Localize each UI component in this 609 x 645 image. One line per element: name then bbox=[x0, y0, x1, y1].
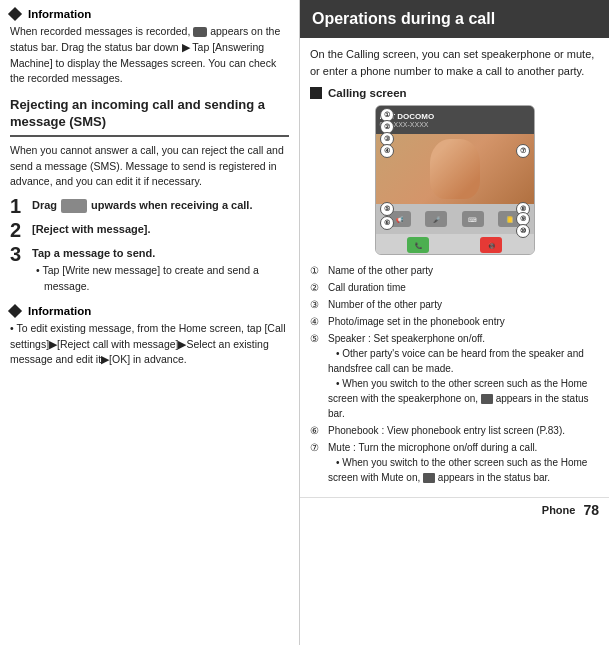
desc-num-4: ④ bbox=[310, 314, 328, 329]
operations-title: Operations during a call bbox=[312, 10, 495, 27]
step-2: 2 [Reject with message]. bbox=[10, 222, 289, 240]
caller-name: NTT DOCOMO bbox=[380, 112, 530, 121]
mute-btn[interactable]: 🎤 bbox=[425, 211, 447, 227]
screen-dot-4: ④ bbox=[380, 144, 394, 158]
step-3-sub: • Tap [Write new message] to create and … bbox=[32, 263, 289, 295]
step-2-content: [Reject with message]. bbox=[32, 222, 289, 237]
speakerphone-status-icon bbox=[481, 394, 493, 404]
screen-dot-7: ⑦ bbox=[516, 144, 530, 158]
desc-item-6: ⑥ Phonebook : View phonebook entry list … bbox=[310, 423, 599, 438]
right-intro: On the Calling screen, you can set speak… bbox=[310, 46, 599, 79]
step-3-title: Tap a message to send. bbox=[32, 246, 289, 261]
phone-face-image bbox=[430, 139, 480, 199]
diamond-icon-1 bbox=[8, 7, 22, 21]
info-heading-text-2: Information bbox=[28, 305, 91, 317]
page-footer: Phone 78 bbox=[300, 497, 609, 522]
step-1-title: Drag upwards when receiving a call. bbox=[32, 198, 289, 213]
end-call-btn[interactable]: 📵 bbox=[480, 237, 502, 253]
rejecting-intro: When you cannot answer a call, you can r… bbox=[10, 143, 289, 190]
caller-number: 090-XXX-XXXX bbox=[380, 121, 530, 128]
mute-status-icon bbox=[423, 473, 435, 483]
desc-text-3: Number of the other party bbox=[328, 297, 599, 312]
right-content: On the Calling screen, you can set speak… bbox=[300, 46, 609, 497]
screen-dot-6: ⑥ bbox=[380, 216, 394, 230]
step-2-title: [Reject with message]. bbox=[32, 222, 289, 237]
desc-item-5: ⑤ Speaker : Set speakerphone on/off. • O… bbox=[310, 331, 599, 421]
left-column: Information When recorded messages is re… bbox=[0, 0, 300, 645]
calling-screen-text: Calling screen bbox=[328, 87, 407, 99]
phone-face-area bbox=[376, 134, 534, 204]
answer-btn[interactable]: 📞 bbox=[407, 237, 429, 253]
desc-text-7: Mute : Turn the microphone on/off during… bbox=[328, 440, 599, 485]
info-text-1: When recorded messages is recorded, appe… bbox=[10, 24, 289, 87]
desc-sub-5a: • Other party's voice can be heard from … bbox=[328, 348, 584, 374]
desc-num-6: ⑥ bbox=[310, 423, 328, 438]
desc-sub-5b: • When you switch to the other screen su… bbox=[328, 378, 589, 419]
step-num-1: 1 bbox=[10, 196, 32, 216]
desc-num-7: ⑦ bbox=[310, 440, 328, 455]
desc-num-2: ② bbox=[310, 280, 328, 295]
step-3-content: Tap a message to send. • Tap [Write new … bbox=[32, 246, 289, 295]
rejecting-section: Rejecting an incoming call and sending a… bbox=[10, 97, 289, 295]
desc-text-5: Speaker : Set speakerphone on/off. • Oth… bbox=[328, 331, 599, 421]
right-column: Operations during a call On the Calling … bbox=[300, 0, 609, 645]
desc-item-7: ⑦ Mute : Turn the microphone on/off duri… bbox=[310, 440, 599, 485]
desc-item-1: ① Name of the other party bbox=[310, 263, 599, 278]
desc-text-6: Phonebook : View phonebook entry list sc… bbox=[328, 423, 599, 438]
desc-item-4: ④ Photo/image set in the phonebook entry bbox=[310, 314, 599, 329]
step-1-content: Drag upwards when receiving a call. bbox=[32, 198, 289, 213]
desc-text-2: Call duration time bbox=[328, 280, 599, 295]
info-heading-2: Information bbox=[10, 305, 289, 317]
step-num-2: 2 bbox=[10, 220, 32, 240]
operations-header: Operations during a call bbox=[300, 0, 609, 38]
drag-icon bbox=[61, 199, 87, 213]
rejecting-heading: Rejecting an incoming call and sending a… bbox=[10, 97, 289, 137]
desc-sub-7a: • When you switch to the other screen su… bbox=[328, 457, 587, 483]
footer-page-number: 78 bbox=[583, 502, 599, 518]
phone-screen-top: NTT DOCOMO 090-XXX-XXXX bbox=[376, 106, 534, 134]
screen-dot-10: ⑩ bbox=[516, 224, 530, 238]
info-heading-text-1: Information bbox=[28, 8, 91, 20]
desc-item-2: ② Call duration time bbox=[310, 280, 599, 295]
footer-label: Phone bbox=[542, 504, 576, 516]
phone-screen-container: NTT DOCOMO 090-XXX-XXXX 📢 🎤 bbox=[375, 105, 535, 255]
desc-text-1: Name of the other party bbox=[328, 263, 599, 278]
info-section-2: Information • To edit existing message, … bbox=[10, 305, 289, 368]
info-text-2: • To edit existing message, from the Hom… bbox=[10, 321, 289, 368]
phone-controls: 📢 🎤 ⌨ 📒 bbox=[376, 204, 534, 234]
desc-num-3: ③ bbox=[310, 297, 328, 312]
step-1: 1 Drag upwards when receiving a call. bbox=[10, 198, 289, 216]
desc-num-5: ⑤ bbox=[310, 331, 328, 346]
call-buttons: 📞 📵 bbox=[376, 234, 534, 255]
screen-dot-5: ⑤ bbox=[380, 202, 394, 216]
desc-text-4: Photo/image set in the phonebook entry bbox=[328, 314, 599, 329]
description-list: ① Name of the other party ② Call duratio… bbox=[310, 263, 599, 485]
desc-num-1: ① bbox=[310, 263, 328, 278]
black-square-icon bbox=[310, 87, 322, 99]
keypad-btn[interactable]: ⌨ bbox=[462, 211, 484, 227]
info-heading-1: Information bbox=[10, 8, 289, 20]
phone-screen: NTT DOCOMO 090-XXX-XXXX 📢 🎤 bbox=[375, 105, 535, 255]
info-section-1: Information When recorded messages is re… bbox=[10, 8, 289, 87]
step-num-3: 3 bbox=[10, 244, 32, 264]
step-3: 3 Tap a message to send. • Tap [Write ne… bbox=[10, 246, 289, 295]
message-icon bbox=[193, 27, 207, 37]
diamond-icon-2 bbox=[8, 304, 22, 318]
desc-item-3: ③ Number of the other party bbox=[310, 297, 599, 312]
phone-screen-wrapper: NTT DOCOMO 090-XXX-XXXX 📢 🎤 bbox=[310, 105, 599, 255]
calling-screen-label: Calling screen bbox=[310, 87, 599, 99]
